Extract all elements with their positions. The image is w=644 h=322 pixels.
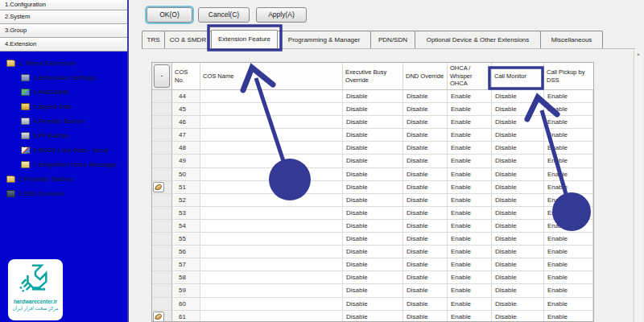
- value-cell[interactable]: Disable: [343, 90, 403, 103]
- value-cell[interactable]: Enable: [544, 103, 593, 116]
- value-cell[interactable]: Disable: [492, 207, 544, 220]
- value-cell[interactable]: Disable: [492, 258, 544, 271]
- value-cell[interactable]: Disable: [343, 233, 403, 246]
- value-cell[interactable]: Disable: [403, 284, 448, 297]
- row-gutter[interactable]: [152, 181, 172, 194]
- sidebar-item-configuration[interactable]: 1.Configuration: [0, 0, 127, 10]
- cos-no-cell[interactable]: 50: [172, 168, 200, 181]
- row-gutter[interactable]: [152, 246, 172, 258]
- tree-item-pf-button[interactable]: 5.PF Button: [0, 128, 127, 142]
- value-cell[interactable]: Enable: [544, 168, 593, 181]
- value-cell[interactable]: Enable: [544, 298, 593, 311]
- cos-name-cell[interactable]: [200, 116, 343, 129]
- cos-no-cell[interactable]: 44: [172, 90, 200, 103]
- cos-no-cell[interactable]: 58: [172, 271, 200, 284]
- value-cell[interactable]: Disable: [403, 142, 448, 155]
- row-gutter[interactable]: [152, 258, 172, 271]
- ok-button[interactable]: OK(O): [147, 7, 192, 23]
- row-gutter[interactable]: [152, 168, 172, 181]
- value-cell[interactable]: Enable: [544, 129, 593, 142]
- cos-name-cell[interactable]: [200, 271, 343, 284]
- cos-no-cell[interactable]: 60: [172, 298, 200, 311]
- value-cell[interactable]: Enable: [448, 246, 492, 258]
- tree-item-fwd-dnd[interactable]: 2.FWD/DND: [0, 85, 127, 99]
- value-cell[interactable]: Disable: [492, 168, 544, 181]
- value-cell[interactable]: Disable: [492, 116, 544, 129]
- value-cell[interactable]: Disable: [403, 298, 448, 311]
- cos-no-cell[interactable]: 57: [172, 258, 200, 271]
- value-cell[interactable]: Disable: [403, 103, 448, 116]
- value-cell[interactable]: Disable: [343, 311, 403, 322]
- value-cell[interactable]: Disable: [403, 271, 448, 284]
- row-gutter[interactable]: [152, 90, 172, 103]
- value-cell[interactable]: Enable: [544, 194, 593, 207]
- apply-button[interactable]: Apply(A): [256, 7, 307, 23]
- cos-name-cell[interactable]: [200, 129, 343, 142]
- tree-item-wired-extension[interactable]: 1. Wired Extension: [0, 56, 127, 70]
- tab-trs[interactable]: TRS: [142, 31, 165, 49]
- value-cell[interactable]: Disable: [492, 233, 544, 246]
- value-cell[interactable]: Enable: [544, 142, 593, 155]
- col-header-call-pickup-dss[interactable]: Call Pickup by DSS: [544, 63, 593, 89]
- cos-no-cell[interactable]: 47: [172, 129, 200, 142]
- tab-optional-device[interactable]: Optional Device & Other Extensions: [415, 31, 541, 49]
- value-cell[interactable]: Enable: [544, 181, 593, 194]
- cos-no-cell[interactable]: 46: [172, 116, 200, 129]
- value-cell[interactable]: Disable: [343, 207, 403, 220]
- cos-no-cell[interactable]: 56: [172, 246, 200, 258]
- value-cell[interactable]: Disable: [403, 90, 448, 103]
- value-cell[interactable]: Enable: [448, 155, 492, 167]
- col-header-cos-name[interactable]: COS Name: [200, 63, 343, 89]
- value-cell[interactable]: Disable: [492, 271, 544, 284]
- value-cell[interactable]: Disable: [343, 258, 403, 271]
- value-cell[interactable]: Disable: [492, 129, 544, 142]
- row-gutter[interactable]: [152, 311, 172, 322]
- cos-name-cell[interactable]: [200, 207, 343, 220]
- value-cell[interactable]: Enable: [448, 284, 492, 297]
- value-cell[interactable]: Enable: [544, 284, 593, 297]
- cos-no-cell[interactable]: 45: [172, 103, 200, 116]
- value-cell[interactable]: Disable: [343, 155, 403, 167]
- cancel-button[interactable]: Cancel(C): [198, 7, 250, 23]
- value-cell[interactable]: Disable: [492, 142, 544, 155]
- value-cell[interactable]: Enable: [544, 116, 593, 129]
- value-cell[interactable]: Disable: [343, 129, 403, 142]
- value-cell[interactable]: Enable: [448, 258, 492, 271]
- value-cell[interactable]: Disable: [343, 284, 403, 297]
- value-cell[interactable]: Disable: [403, 129, 448, 142]
- value-cell[interactable]: Disable: [403, 207, 448, 220]
- value-cell[interactable]: Enable: [448, 142, 492, 155]
- value-cell[interactable]: Enable: [544, 271, 593, 284]
- value-cell[interactable]: Enable: [448, 194, 492, 207]
- sidebar-item-group[interactable]: 3.Group: [0, 24, 127, 38]
- value-cell[interactable]: Disable: [403, 258, 448, 271]
- row-gutter[interactable]: [152, 103, 172, 116]
- cos-name-cell[interactable]: [200, 168, 343, 181]
- tree-item-speed-dial[interactable]: 3.Speed Dial: [0, 99, 127, 114]
- value-cell[interactable]: Disable: [492, 103, 544, 116]
- col-header-ohca-whisper[interactable]: OHCA / Whisper OHCA: [448, 63, 492, 89]
- cos-no-cell[interactable]: 49: [172, 155, 200, 167]
- tree-item-portable-station[interactable]: 2.Portable Station: [0, 171, 127, 186]
- cos-name-cell[interactable]: [200, 181, 343, 194]
- value-cell[interactable]: Enable: [448, 233, 492, 246]
- value-cell[interactable]: Disable: [403, 246, 448, 258]
- cos-name-cell[interactable]: [200, 103, 343, 116]
- tree-item-flexible-button[interactable]: 4.Flexible Button: [0, 114, 127, 128]
- row-gutter[interactable]: [152, 207, 172, 220]
- row-gutter[interactable]: [152, 271, 172, 284]
- value-cell[interactable]: Disable: [403, 181, 448, 194]
- cos-no-cell[interactable]: 51: [172, 181, 200, 194]
- value-cell[interactable]: Disable: [343, 194, 403, 207]
- tree-item-voice-message[interactable]: 7.Simplified Voice Message: [0, 157, 127, 171]
- value-cell[interactable]: Disable: [403, 168, 448, 181]
- value-cell[interactable]: Disable: [492, 311, 544, 322]
- cos-no-cell[interactable]: 52: [172, 194, 200, 207]
- value-cell[interactable]: Enable: [544, 155, 593, 167]
- cos-name-cell[interactable]: [200, 194, 343, 207]
- row-gutter[interactable]: [152, 142, 172, 155]
- value-cell[interactable]: Disable: [403, 220, 448, 233]
- value-cell[interactable]: Disable: [492, 181, 544, 194]
- row-gutter[interactable]: [152, 129, 172, 142]
- cos-no-cell[interactable]: 55: [172, 233, 200, 246]
